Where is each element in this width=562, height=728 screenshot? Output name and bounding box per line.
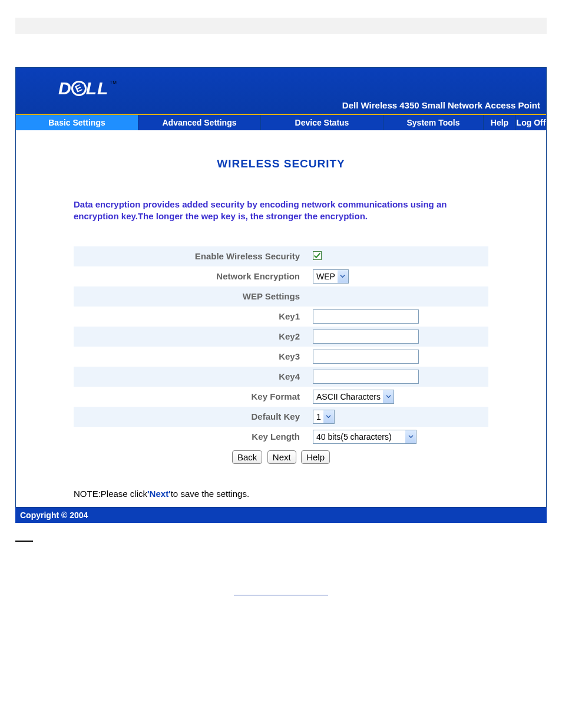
next-button[interactable]: Next: [267, 450, 296, 464]
key1-label: Key1: [74, 311, 309, 321]
key-format-value: ASCII Characters: [313, 392, 383, 401]
link-underline: [234, 595, 328, 595]
enable-wireless-security-checkbox[interactable]: [313, 251, 322, 260]
key-length-label: Key Length: [74, 431, 309, 442]
nav-log-off[interactable]: Log Off: [516, 115, 546, 130]
network-encryption-select[interactable]: WEP: [313, 269, 349, 284]
nav-advanced-settings[interactable]: Advanced Settings: [138, 115, 261, 130]
header: DELL TM Dell Wireless 4350 Small Network…: [16, 68, 546, 114]
key2-label: Key2: [74, 331, 309, 341]
key1-input[interactable]: [313, 309, 419, 324]
page-title: WIRELESS SECURITY: [16, 130, 546, 188]
footer-copyright: Copyright © 2004: [15, 508, 547, 523]
network-encryption-value: WEP: [313, 272, 338, 281]
key-length-value: 40 bits(5 characters): [313, 432, 405, 442]
help-button[interactable]: Help: [301, 450, 330, 464]
nav-system-tools[interactable]: System Tools: [384, 115, 484, 130]
note-next-link[interactable]: 'Next': [147, 489, 171, 499]
chevron-down-icon: [383, 390, 394, 403]
note-text: NOTE:Please click'Next'to save the setti…: [16, 470, 546, 507]
back-button[interactable]: Back: [232, 450, 262, 464]
main-nav: Basic Settings Advanced Settings Device …: [16, 114, 546, 130]
divider: [15, 541, 33, 542]
key3-label: Key3: [74, 351, 309, 361]
product-title: Dell Wireless 4350 Small Network Access …: [342, 100, 540, 110]
key-format-select[interactable]: ASCII Characters: [313, 390, 394, 404]
key4-input[interactable]: [313, 370, 419, 384]
key4-label: Key4: [74, 371, 309, 381]
dell-logo: DELL TM: [58, 78, 117, 98]
key-format-label: Key Format: [74, 391, 309, 401]
default-key-label: Default Key: [74, 411, 309, 421]
default-key-select[interactable]: 1: [313, 410, 335, 424]
key-length-select[interactable]: 40 bits(5 characters): [313, 430, 416, 444]
network-encryption-label: Network Encryption: [74, 271, 309, 281]
description-text: Data encryption provides added security …: [16, 188, 546, 223]
key3-input[interactable]: [313, 350, 419, 364]
chevron-down-icon: [338, 270, 348, 283]
nav-device-status[interactable]: Device Status: [261, 115, 384, 130]
button-row: Back Next Help: [74, 447, 488, 470]
enable-wireless-security-label: Enable Wireless Security: [74, 251, 309, 261]
default-key-value: 1: [313, 412, 323, 421]
nav-basic-settings[interactable]: Basic Settings: [16, 115, 138, 130]
router-admin-panel: DELL TM Dell Wireless 4350 Small Network…: [15, 67, 547, 508]
wep-settings-label: WEP Settings: [74, 291, 309, 301]
top-gray-bar: [15, 18, 547, 34]
chevron-down-icon: [405, 430, 416, 443]
chevron-down-icon: [323, 410, 334, 423]
key2-input[interactable]: [313, 330, 419, 344]
nav-help[interactable]: Help: [484, 115, 516, 130]
check-icon: [313, 252, 321, 259]
settings-form: Enable Wireless Security Network Encrypt…: [16, 223, 546, 470]
